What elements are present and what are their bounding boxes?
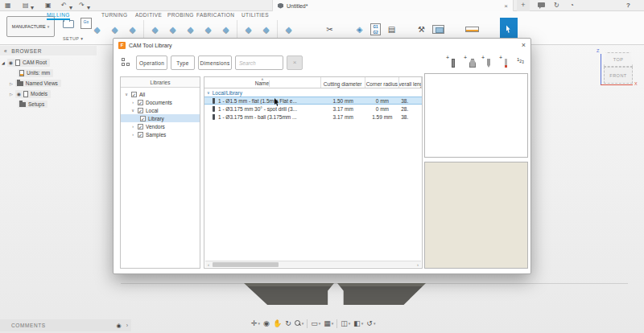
milling-op-1-icon[interactable]: ◆ [90, 23, 104, 35]
machine-library-icon[interactable] [432, 25, 444, 34]
expand-icon[interactable]: ◢ [2, 60, 5, 65]
library-tree-item-all[interactable]: ∨ ✓ All [121, 90, 200, 98]
zoom-button[interactable]: ▾ [295, 320, 304, 327]
setup-group-label[interactable]: SETUP ▾ [63, 36, 83, 41]
multi-axis-icon[interactable]: ◆ [259, 23, 273, 35]
column-header-cutting-diameter[interactable]: Cutting diameter [321, 77, 365, 88]
scroll-left-icon[interactable]: ‹ [205, 262, 212, 267]
library-tree-item-library[interactable]: ✓ Library [121, 114, 200, 122]
tab-milling[interactable]: MILLING [47, 12, 70, 20]
visual-style-button[interactable]: ◧▾ [353, 319, 363, 327]
tree-open-icon[interactable]: ∨ [124, 92, 129, 97]
new-tab-button[interactable]: + [517, 0, 530, 11]
browser-item-setups[interactable]: Setups [18, 101, 97, 108]
browser-item-cam-root[interactable]: ◢ ◉ CAM Root [2, 59, 97, 66]
history-clock-icon[interactable]: ◔ [570, 1, 574, 10]
view-cube[interactable]: TOP FRONT Z X [592, 47, 642, 95]
milling-op-7-icon[interactable]: ◆ [201, 23, 215, 35]
checkbox-checked[interactable]: ✓ [131, 92, 137, 97]
comment-bubble-icon[interactable] [538, 2, 545, 7]
renumber-tools-button[interactable]: 123 [517, 57, 524, 62]
clear-search-button[interactable]: × [287, 56, 303, 70]
viewcube-front-face[interactable]: FRONT [604, 67, 633, 84]
comments-bar[interactable]: COMMENTS ◉ › [0, 319, 131, 331]
table-row[interactable]: 1 - Ø3.175 mm 30° - spot drill (3... 3.1… [204, 105, 422, 113]
viewports-button[interactable]: ◫▾ [341, 319, 350, 327]
dialog-titlebar[interactable]: F CAM Tool Library × [114, 39, 530, 51]
visibility-eye-icon[interactable]: ◉ [9, 60, 13, 65]
column-header-overall-length[interactable]: Overall length [399, 77, 422, 88]
tree-closed-icon[interactable]: › [130, 132, 135, 137]
milling-op-4-icon[interactable]: ◆ [148, 23, 162, 35]
library-tree-item-documents[interactable]: › ✓ Documents [121, 98, 200, 106]
table-row[interactable]: 1 - Ø1.5 mm - flat (1.5mm Flat e... 1.50… [204, 97, 422, 105]
collapsed-icon[interactable]: ▷ [10, 81, 13, 86]
display-settings-button[interactable]: ▭▾ [311, 319, 320, 327]
simulate-icon[interactable]: ◆ [282, 23, 295, 35]
pan-hand-button[interactable]: ✋ [273, 319, 282, 327]
milling-op-2-icon[interactable]: ◆ [108, 23, 122, 35]
collapsed-icon[interactable]: ▷ [10, 92, 13, 97]
add-probe-tool-button[interactable]: + [499, 56, 512, 69]
scrollbar-thumb[interactable] [213, 262, 279, 267]
refresh-button[interactable]: ↺▾ [366, 319, 375, 327]
tree-closed-icon[interactable]: › [130, 100, 135, 105]
inspect-icon[interactable]: ◈ [353, 23, 366, 35]
dialog-close-icon[interactable]: × [522, 41, 526, 49]
add-holder-button[interactable]: + [464, 56, 477, 69]
help-icon[interactable]: ? [626, 1, 630, 10]
grid-snaps-button[interactable]: ▦▾ [324, 319, 333, 327]
filter-dimensions-button[interactable]: Dimensions [198, 56, 232, 70]
libraries-header[interactable]: Libraries [121, 77, 200, 88]
setup-sheet-icon[interactable]: ▤ [385, 23, 398, 35]
select-tool-button[interactable] [500, 18, 518, 40]
sync-icon[interactable]: ↻ [554, 1, 559, 10]
post-process-g1g2-icon[interactable]: G1G2 [370, 23, 381, 35]
orbit-button[interactable]: ↻ [285, 319, 291, 327]
drilling-icon[interactable]: ◆ [242, 23, 255, 35]
browser-item-units[interactable]: Units: mm [18, 69, 97, 76]
redo-icon[interactable]: ↷ [79, 1, 85, 10]
save-icon[interactable]: ▣ [45, 1, 52, 10]
library-tree-item-vendors[interactable]: › ✓ Vendors [121, 122, 200, 130]
collapse-panel-icon[interactable]: « [4, 48, 7, 54]
browser-item-models[interactable]: ▷ ◉ Models [10, 90, 97, 97]
milling-op-6-icon[interactable]: ◆ [184, 23, 197, 35]
add-drill-tool-button[interactable]: + [481, 56, 494, 69]
tree-open-icon[interactable]: ∨ [130, 108, 135, 113]
tab-utilities[interactable]: UTILITIES [242, 12, 269, 18]
scissors-icon[interactable]: ✂ [323, 23, 336, 35]
app-menu-icon[interactable]: ▦ [5, 1, 11, 10]
undo-icon[interactable]: ↶ [61, 1, 67, 10]
expand-comments-icon[interactable]: › [126, 323, 128, 328]
document-tab[interactable]: Untitled* × [272, 0, 514, 11]
checkbox-checked[interactable]: ✓ [138, 124, 143, 130]
horizontal-scrollbar[interactable]: ‹ › [205, 261, 421, 267]
checkbox-checked[interactable]: ✓ [138, 100, 143, 105]
visibility-eye-icon[interactable]: ◉ [17, 91, 21, 97]
tree-closed-icon[interactable]: › [130, 124, 135, 129]
browser-item-named-views[interactable]: ▷ Named Views [10, 80, 97, 87]
column-header-name[interactable]: ∧Name [204, 77, 321, 88]
checkbox-checked[interactable]: ✓ [138, 108, 143, 113]
library-tree-item-local[interactable]: ∨ ✓ Local [121, 106, 200, 114]
add-flat-mill-tool-button[interactable]: + [446, 56, 459, 69]
column-header-corner-radius[interactable]: Corner radius [365, 77, 400, 88]
filter-operation-button[interactable]: Operation [136, 56, 167, 70]
look-at-button[interactable]: ◉ [263, 319, 270, 327]
file-menu-icon[interactable]: ▤ [23, 1, 29, 10]
milling-op-8-icon[interactable]: ◆ [219, 23, 233, 35]
library-tree-item-samples[interactable]: › ✓ Samples [121, 130, 200, 138]
filter-type-button[interactable]: Type [171, 56, 195, 70]
group-expand-icon[interactable]: ∨ [207, 90, 210, 95]
tab-additive[interactable]: ADDITIVE [135, 12, 162, 18]
scroll-right-icon[interactable]: › [415, 262, 421, 267]
pan-orbit-tool-button[interactable]: ✛▾ [251, 319, 260, 327]
list-view-icon[interactable] [122, 58, 131, 68]
tab-close-icon[interactable]: × [504, 2, 508, 10]
search-input[interactable] [235, 56, 283, 70]
checkbox-checked[interactable]: ✓ [140, 116, 146, 121]
tab-probing[interactable]: PROBING [167, 12, 194, 18]
tab-fabrication[interactable]: FABRICATION [196, 12, 234, 18]
milling-op-5-icon[interactable]: ◆ [166, 23, 180, 35]
